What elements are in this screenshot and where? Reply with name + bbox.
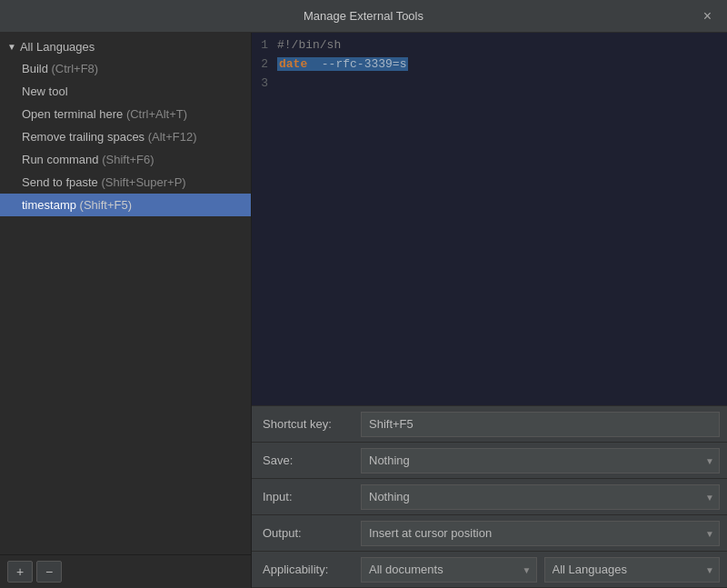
tool-shortcut: (Ctrl+F8) <box>52 62 99 75</box>
applicability-doc-select[interactable]: All documents Source files only <box>361 557 537 583</box>
tool-label: Run command <box>22 153 102 166</box>
applicability-lang-select-wrapper: All Languages C C++ Python JavaScript ▼ <box>544 557 721 583</box>
shortcut-key-label: Shortcut key: <box>252 417 361 431</box>
remove-tool-button[interactable]: − <box>36 561 62 583</box>
save-row: Save: Nothing Current document All docum… <box>252 443 727 479</box>
cmd-highlight: date --rfc-3339=s <box>277 57 408 71</box>
line-number-1: 1 <box>252 36 277 55</box>
line-number-2: 2 <box>252 55 277 75</box>
tool-item-open-terminal[interactable]: Open terminal here (Ctrl+Alt+T) <box>0 103 251 125</box>
input-select[interactable]: Nothing Current document Current word <box>361 484 720 510</box>
section-arrow-icon: ▼ <box>7 42 16 52</box>
cmd-arg: --rfc-3339=s <box>307 57 406 71</box>
section-label: All Languages <box>20 40 95 54</box>
save-label: Save: <box>252 453 361 467</box>
output-label: Output: <box>252 526 361 540</box>
input-select-wrapper: Nothing Current document Current word ▼ <box>361 484 720 510</box>
tool-label: timestamp <box>22 198 80 212</box>
save-select-wrapper: Nothing Current document All documents ▼ <box>361 448 720 473</box>
tool-label: New tool <box>22 85 68 98</box>
tool-item-new-tool[interactable]: New tool <box>0 80 251 103</box>
output-select-wrapper: Insert at cursor position Replace curren… <box>361 521 720 546</box>
line-content-1: #!/bin/sh <box>277 36 341 55</box>
tool-shortcut: (Shift+Super+P) <box>101 175 185 189</box>
left-panel-bottom: + − <box>0 554 251 588</box>
close-button[interactable]: × <box>699 7 716 25</box>
tool-label: Build <box>22 62 52 75</box>
dialog-title: Manage External Tools <box>304 9 423 23</box>
tool-shortcut: (Shift+F6) <box>102 153 154 166</box>
shortcut-key-value: Shift+F5 <box>361 412 720 437</box>
input-row: Input: Nothing Current document Current … <box>252 479 727 515</box>
main-content: ▼ All Languages Build (Ctrl+F8) New tool… <box>0 33 727 588</box>
left-panel: ▼ All Languages Build (Ctrl+F8) New tool… <box>0 33 252 588</box>
applicability-lang-select[interactable]: All Languages C C++ Python JavaScript <box>544 557 721 583</box>
tool-item-run-command[interactable]: Run command (Shift+F6) <box>0 148 251 171</box>
tool-item-build[interactable]: Build (Ctrl+F8) <box>0 57 251 80</box>
tool-item-remove-trailing[interactable]: Remove trailing spaces (Alt+F12) <box>0 125 251 148</box>
applicability-label: Applicability: <box>252 563 361 576</box>
form-area: Shortcut key: Shift+F5 Save: Nothing Cur… <box>252 405 727 588</box>
output-row: Output: Insert at cursor position Replac… <box>252 515 727 552</box>
line-content-2: date --rfc-3339=s <box>277 55 408 75</box>
tool-label: Remove trailing spaces <box>22 130 148 144</box>
applicability-doc-select-wrapper: All documents Source files only ▼ <box>361 557 537 583</box>
tool-shortcut: (Ctrl+Alt+T) <box>126 107 187 121</box>
tool-shortcut: (Alt+F12) <box>148 130 197 144</box>
tools-list: ▼ All Languages Build (Ctrl+F8) New tool… <box>0 33 251 554</box>
tool-shortcut: (Shift+F5) <box>80 198 132 212</box>
title-bar: Manage External Tools × <box>0 0 727 33</box>
input-label: Input: <box>252 490 361 503</box>
line-content-3 <box>277 75 284 94</box>
add-tool-button[interactable]: + <box>7 561 33 583</box>
section-header-all-languages[interactable]: ▼ All Languages <box>0 36 251 57</box>
cmd-name: date <box>279 57 307 71</box>
tool-item-timestamp[interactable]: timestamp (Shift+F5) <box>0 194 251 216</box>
code-line-3: 3 <box>252 75 727 94</box>
applicability-row: Applicability: All documents Source file… <box>252 552 727 588</box>
tool-label: Open terminal here <box>22 107 126 121</box>
code-line-1: 1 #!/bin/sh <box>252 36 727 55</box>
shortcut-key-row: Shortcut key: Shift+F5 <box>252 406 727 443</box>
tool-label: Send to fpaste <box>22 175 101 189</box>
line-number-3: 3 <box>252 75 277 94</box>
save-select[interactable]: Nothing Current document All documents <box>361 448 720 473</box>
code-line-2: 2 date --rfc-3339=s <box>252 55 727 75</box>
output-select[interactable]: Insert at cursor position Replace curren… <box>361 521 720 546</box>
code-editor[interactable]: 1 #!/bin/sh 2 date --rfc-3339=s 3 <box>252 33 727 405</box>
tool-item-fpaste[interactable]: Send to fpaste (Shift+Super+P) <box>0 171 251 194</box>
right-panel: 1 #!/bin/sh 2 date --rfc-3339=s 3 Shortc… <box>252 33 727 588</box>
